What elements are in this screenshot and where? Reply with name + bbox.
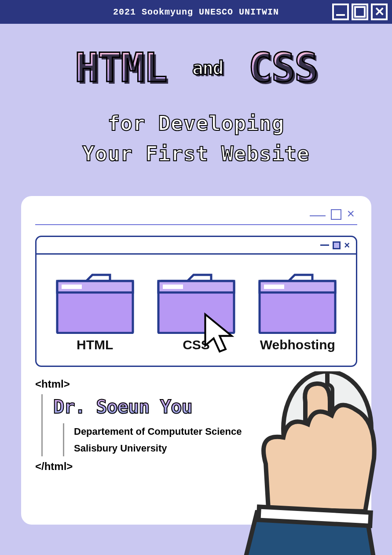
folder-css[interactable]: CSS	[154, 272, 238, 352]
window-controls	[332, 4, 388, 20]
close-button[interactable]	[371, 4, 388, 20]
folders-row: HTML CSS	[37, 255, 356, 366]
outer-window: × × HTML	[21, 196, 371, 525]
inner-minimize-icon[interactable]	[320, 244, 329, 246]
window-title: 2021 Sookmyung UNESCO UNITWIN	[113, 7, 279, 17]
hero-and-word: and	[190, 57, 226, 79]
folder-webhosting[interactable]: Webhosting	[258, 272, 337, 352]
inner-maximize-icon[interactable]	[333, 241, 341, 249]
svg-rect-2	[62, 285, 82, 289]
svg-rect-5	[163, 285, 183, 289]
window-titlebar: 2021 Sookmyung UNESCO UNITWIN	[0, 0, 392, 24]
inner-window-bar: ×	[37, 237, 356, 255]
inner-window: × HTML	[35, 236, 357, 367]
hero-sub-line2: Your First Website	[0, 139, 392, 169]
hero: HTML and CSS for Developing Your First W…	[0, 24, 392, 169]
hero-html-word: HTML	[75, 48, 167, 88]
maximize-button[interactable]	[352, 4, 368, 20]
minimize-button[interactable]	[332, 4, 349, 20]
outer-maximize-icon[interactable]	[331, 209, 341, 220]
outer-window-controls: ×	[35, 208, 357, 225]
folder-label: Webhosting	[258, 337, 337, 352]
outer-close-icon[interactable]: ×	[347, 208, 355, 220]
folder-label: HTML	[55, 337, 135, 352]
cursor-icon	[203, 312, 239, 360]
hero-main-title: HTML and CSS	[75, 48, 317, 91]
outer-minimize-icon[interactable]	[310, 215, 326, 216]
hero-subtitle: for Developing Your First Website	[0, 108, 392, 169]
hero-css-word: CSS	[249, 48, 318, 88]
folder-html[interactable]: HTML	[55, 272, 135, 352]
hand-mouse-icon	[239, 371, 385, 555]
author-name: Dr. Soeun You	[53, 394, 192, 420]
folder-icon	[258, 272, 337, 334]
svg-rect-11	[258, 507, 370, 525]
svg-rect-8	[264, 285, 284, 289]
inner-close-icon[interactable]: ×	[344, 240, 350, 251]
hero-sub-line1: for Developing	[0, 108, 392, 139]
folder-icon	[55, 272, 135, 334]
